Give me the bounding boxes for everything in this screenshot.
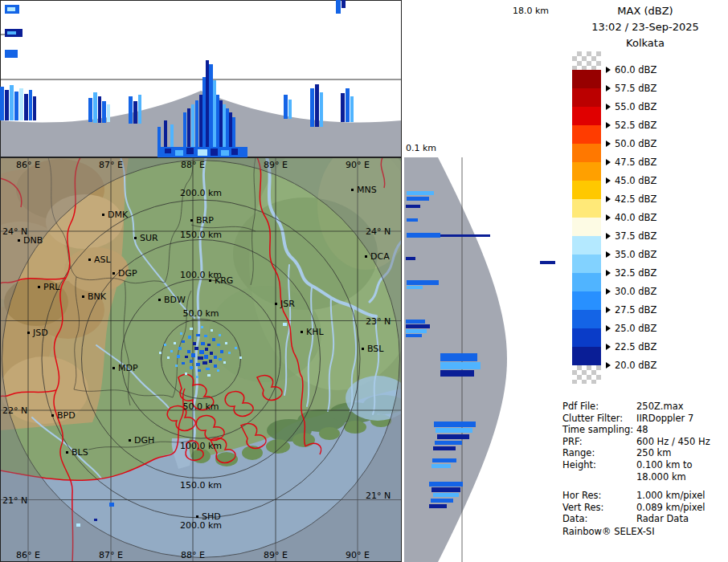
metadata-label: Vert Res: [562, 502, 636, 514]
legend-color-block [572, 199, 601, 218]
map-panel [0, 157, 402, 562]
scale-tick-icon [606, 270, 611, 276]
top-height-profile-panel [0, 0, 402, 157]
legend-scale-label: 25.0 dBZ [606, 323, 656, 334]
legend-scale-label: 47.5 dBZ [606, 157, 656, 168]
legend-checker-block [572, 365, 601, 384]
legend-color-block [572, 88, 601, 107]
metadata-value: 0.100 km to [636, 459, 728, 471]
metadata-label [562, 471, 636, 483]
metadata-label: Time sampling: [562, 424, 636, 436]
metadata-group: Pdf File:250Z.maxClutter Filter:IIRDoppl… [562, 401, 728, 483]
legend-scale-label: 20.0 dBZ [606, 360, 656, 371]
metadata-group: Hor Res:1.000 km/pixelVert Res:0.089 km/… [562, 490, 728, 525]
metadata-row: Data:Radar Data [562, 513, 728, 525]
legend-scale-labels: 60.0 dBZ57.5 dBZ55.0 dBZ52.5 dBZ50.0 dBZ… [606, 51, 726, 397]
metadata-row: PRF:600 Hz / 450 Hz [562, 436, 728, 448]
scale-value: 45.0 dBZ [615, 175, 656, 186]
axis-label-origin-height: 0.1 km [406, 143, 436, 153]
scale-value: 25.0 dBZ [615, 323, 656, 334]
metadata-label: Height: [562, 459, 636, 471]
scale-value: 30.0 dBZ [615, 286, 656, 297]
legend-color-block [572, 291, 601, 310]
metadata-value: 250Z.max [636, 401, 728, 413]
legend-scale-label: 57.5 dBZ [606, 83, 656, 94]
metadata-label: Range: [562, 447, 636, 459]
metadata-row: Range:250 km [562, 447, 728, 459]
metadata-row: Vert Res:0.089 km/pixel [562, 502, 728, 514]
scale-value: 50.0 dBZ [615, 138, 656, 149]
product-datetime: 13:02 / 23-Sep-2025 [562, 21, 728, 33]
scale-value: 52.5 dBZ [615, 120, 656, 131]
right-height-profile-panel [404, 157, 521, 562]
scale-tick-icon [606, 177, 611, 184]
metadata-label: PRF: [562, 436, 636, 448]
legend-scale-label: 42.5 dBZ [606, 193, 656, 205]
scale-tick-icon [606, 307, 611, 313]
axis-label-max-height: 18.0 km [513, 6, 549, 16]
legend-color-block [572, 255, 601, 273]
metadata-value: 1.000 km/pixel [636, 490, 728, 502]
scale-tick-icon [606, 325, 611, 332]
scale-tick-icon [606, 122, 611, 128]
scale-value: 35.0 dBZ [615, 249, 656, 260]
metadata-value: IIRDoppler 7 [636, 413, 728, 425]
scale-value: 20.0 dBZ [615, 360, 656, 371]
legend-color-block [572, 125, 601, 144]
metadata-row: Time sampling:48 [562, 424, 728, 436]
metadata-row: Clutter Filter:IIRDoppler 7 [562, 413, 728, 425]
scale-tick-icon [606, 140, 611, 147]
scale-value: 55.0 dBZ [615, 101, 656, 112]
metadata-label: Data: [562, 513, 636, 525]
legend-colorbar [572, 51, 601, 384]
legend-color-block [572, 347, 601, 365]
scale-tick-icon [606, 196, 611, 202]
legend-color-block [572, 181, 601, 199]
metadata-label: Hor Res: [562, 490, 636, 502]
legend-scale-label: 40.0 dBZ [606, 212, 656, 223]
metadata-row: 18.000 km [562, 471, 728, 483]
top-profile-graphic [0, 0, 402, 157]
scale-value: 57.5 dBZ [615, 83, 656, 94]
legend-scale-label: 32.5 dBZ [606, 267, 656, 279]
legend-scale-label: 27.5 dBZ [606, 304, 656, 316]
map-graphic [0, 157, 402, 562]
legend-color-block [572, 162, 601, 181]
legend-color-block [572, 328, 601, 347]
legend-color-block [572, 218, 601, 236]
metadata-row: Pdf File:250Z.max [562, 401, 728, 413]
software-brand: Rainbow® SELEX-SI [562, 526, 655, 537]
echo-bar [540, 261, 555, 264]
scale-tick-icon [606, 288, 611, 295]
legend-scale-label: 35.0 dBZ [606, 249, 656, 260]
right-profile-graphic [404, 157, 521, 562]
scale-tick-icon [606, 362, 611, 369]
legend-scale-label: 50.0 dBZ [606, 138, 656, 149]
legend-color-block [572, 236, 601, 255]
scale-tick-icon [606, 67, 611, 73]
legend-checker-block [572, 51, 601, 70]
scale-tick-icon [606, 344, 611, 350]
radar-product-page: 18.0 km 0.1 km DMKBRPSURDNBMNSASLDGPKRGD… [0, 0, 728, 562]
scale-value: 42.5 dBZ [615, 193, 656, 205]
scale-tick-icon [606, 214, 611, 221]
metadata-value: 600 Hz / 450 Hz [636, 436, 728, 448]
scale-value: 47.5 dBZ [615, 157, 656, 168]
legend-panel: MAX (dBZ) 13:02 / 23-Sep-2025 Kolkata 60… [562, 0, 728, 562]
scale-tick-icon [606, 233, 611, 239]
legend-color-block [572, 144, 601, 162]
metadata-value: Radar Data [636, 513, 728, 525]
scale-value: 27.5 dBZ [615, 304, 656, 316]
scale-value: 32.5 dBZ [615, 267, 656, 279]
metadata-row: Hor Res:1.000 km/pixel [562, 490, 728, 502]
scale-tick-icon [606, 251, 611, 258]
product-title: MAX (dBZ) [562, 5, 728, 17]
metadata-value: 48 [636, 424, 728, 436]
station-name: Kolkata [562, 37, 728, 49]
legend-scale-label: 37.5 dBZ [606, 230, 656, 242]
legend-color-block [572, 70, 601, 88]
legend-scale-label: 52.5 dBZ [606, 120, 656, 131]
metadata-row: Height:0.100 km to [562, 459, 728, 471]
scale-tick-icon [606, 159, 611, 165]
scale-value: 37.5 dBZ [615, 230, 656, 242]
